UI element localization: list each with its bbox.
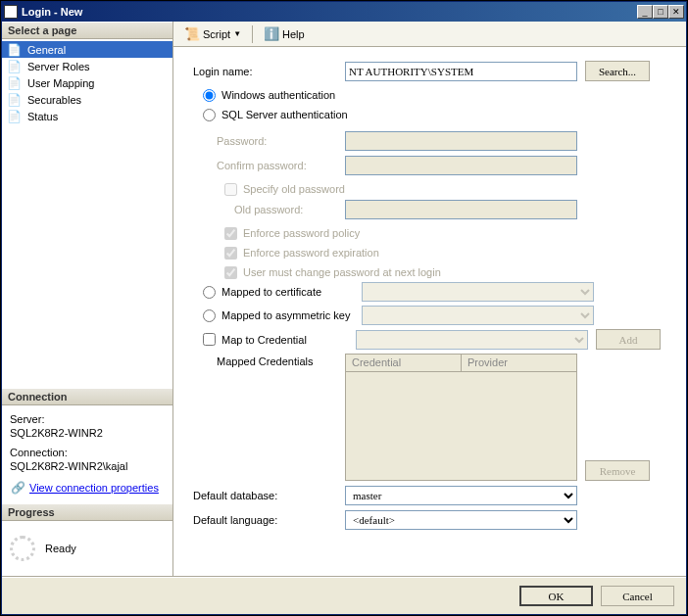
login-name-label: Login name: [193,66,345,77]
titlebar[interactable]: Login - New _ □ ✕ [2,2,686,22]
select-page-header: Select a page [2,22,172,39]
page-icon: 📄 [6,59,22,74]
page-icon: 📄 [6,42,22,58]
default-db-label: Default database: [193,490,345,501]
server-value: SQL2K8R2-WINR2 [10,427,165,439]
mapped-asym-radio[interactable] [203,309,216,322]
map-cred-checkbox[interactable] [203,333,216,346]
mapped-asym-label: Mapped to asymmetric key [221,309,356,321]
minimize-button[interactable]: _ [637,5,653,19]
windows-auth-label: Windows authentication [221,89,335,101]
sidebar-item-label: Server Roles [27,61,90,72]
page-icon: 📄 [6,75,22,91]
map-cred-label: Map to Credential [221,334,356,346]
script-button[interactable]: 📜 Script ▼ [179,24,246,44]
dropdown-arrow-icon: ▼ [233,29,241,38]
script-icon: 📜 [184,26,200,42]
progress-panel: Ready [2,521,172,576]
spinner-icon [10,536,35,561]
sql-auth-label: SQL Server authentication [221,109,348,120]
mapped-credentials-list: Credential Provider [345,354,577,481]
password-input [345,131,577,151]
page-list: 📄 General 📄 Server Roles 📄 User Mapping … [2,39,172,126]
progress-status: Ready [45,543,76,554]
enforce-policy-label: Enforce password policy [243,227,360,239]
script-label: Script [203,28,230,40]
enforce-expiration-label: Enforce password expiration [243,247,379,259]
page-icon: 📄 [6,109,22,124]
map-cred-select [356,330,588,350]
sidebar: Select a page 📄 General 📄 Server Roles 📄… [2,22,173,577]
connection-label: Connection: [10,447,165,458]
specify-old-checkbox [224,183,237,196]
enforce-policy-checkbox [224,227,237,240]
specify-old-label: Specify old password [243,183,345,195]
confirm-password-label: Confirm password: [193,160,345,171]
ok-button[interactable]: OK [519,586,593,606]
login-dialog: Login - New _ □ ✕ Select a page 📄 Genera… [1,1,687,615]
help-icon: ℹ️ [264,26,279,42]
sql-auth-radio[interactable] [203,109,216,121]
sidebar-item-label: Securables [27,94,81,106]
credentials-body [346,372,576,480]
must-change-label: User must change password at next login [243,266,441,278]
toolbar: 📜 Script ▼ ℹ️ Help [173,22,686,47]
old-password-label: Old password: [193,204,345,215]
sidebar-item-label: Status [27,111,58,122]
enforce-expiration-checkbox [224,247,237,260]
add-button: Add [596,329,661,350]
windows-auth-radio[interactable] [203,89,216,102]
sidebar-item-general[interactable]: 📄 General [2,41,172,58]
connection-header: Connection [2,388,172,405]
sidebar-item-label: General [27,44,66,56]
mapped-cert-select [362,282,594,302]
separator [252,25,253,43]
mapped-asym-select [362,306,594,325]
default-db-select[interactable]: master [345,486,577,505]
credential-column-header[interactable]: Credential [346,355,462,372]
view-connection-properties-link[interactable]: View connection properties [29,482,159,494]
maximize-button[interactable]: □ [653,5,668,19]
login-name-input[interactable] [345,62,577,81]
cancel-button[interactable]: Cancel [601,586,674,606]
window-title: Login - New [22,6,82,18]
help-button[interactable]: ℹ️ Help [259,24,310,44]
form-area: Login name: Search... Windows authentica… [173,47,686,576]
password-label: Password: [193,135,345,147]
default-lang-select[interactable]: <default> [345,510,577,530]
mapped-cert-radio[interactable] [203,286,216,299]
main-panel: 📜 Script ▼ ℹ️ Help Login name: Search... [173,22,686,577]
mapped-cert-label: Mapped to certificate [221,286,356,298]
window-icon [4,5,18,19]
page-icon: 📄 [6,92,22,108]
server-label: Server: [10,413,165,425]
bottom-bar: OK Cancel [2,577,686,614]
confirm-password-input [345,156,577,175]
sidebar-item-user-mapping[interactable]: 📄 User Mapping [2,74,172,91]
sidebar-item-label: User Mapping [27,77,94,89]
connection-value: SQL2K8R2-WINR2\kajal [10,460,165,472]
mapped-credentials-label: Mapped Credentials [193,354,345,367]
provider-column-header[interactable]: Provider [462,355,576,372]
must-change-checkbox [224,266,237,279]
remove-button: Remove [585,460,650,481]
close-button[interactable]: ✕ [668,5,684,19]
sidebar-item-status[interactable]: 📄 Status [2,108,172,124]
properties-icon: 🔗 [10,480,25,496]
old-password-input [345,200,577,219]
help-label: Help [282,28,305,40]
search-button[interactable]: Search... [585,61,650,81]
sidebar-item-securables[interactable]: 📄 Securables [2,91,172,108]
default-lang-label: Default language: [193,514,345,526]
progress-header: Progress [2,503,172,521]
connection-panel: Server: SQL2K8R2-WINR2 Connection: SQL2K… [2,405,172,503]
sidebar-item-server-roles[interactable]: 📄 Server Roles [2,58,172,74]
